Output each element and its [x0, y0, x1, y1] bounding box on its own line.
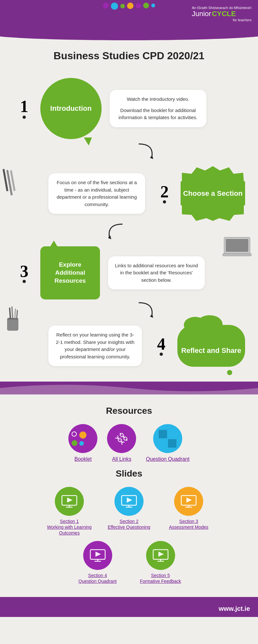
step-1-info-line-2: Download the booklet for additional info… — [116, 107, 200, 121]
svg-line-7 — [15, 309, 15, 318]
step-4-label: Reflect and Share — [181, 346, 241, 355]
step-1-label: Introduction — [50, 104, 92, 113]
slides-grid-top: Section 1Working with Learning Outcomes … — [13, 487, 245, 536]
slide-section-2[interactable]: Section 2Effective Questioning — [103, 487, 156, 536]
slides-grid-bottom: Section 4Question Quadrant Section 5Form… — [13, 541, 245, 584]
booklet-label: Booklet — [74, 456, 92, 462]
wave-divider-bottom — [0, 597, 258, 601]
slide-section-5[interactable]: Section 5Formative Feedback — [134, 541, 187, 584]
header-dot-2 — [111, 3, 118, 10]
resource-all-links[interactable]: ⛓ All Links — [107, 424, 136, 462]
wave-divider-top — [0, 382, 258, 394]
header-dot-1 — [103, 3, 109, 8]
header-dot-6 — [143, 3, 149, 8]
steps-area: 1 Introduction Watch the introductory vi… — [0, 65, 258, 382]
slide-5-label: Section 5Formative Feedback — [140, 573, 181, 584]
step-2-number: 2 — [153, 184, 176, 204]
footer: www.jct.ie — [0, 601, 258, 617]
slide-section-1[interactable]: Section 1Working with Learning Outcomes — [43, 487, 96, 536]
slides-title: Slides — [13, 469, 245, 479]
step-4-dot — [13, 370, 245, 375]
step-4-number: 4 — [150, 336, 173, 356]
svg-line-6 — [12, 307, 13, 318]
step-2-info-line-1: Focus on one of the five sections at a t… — [55, 179, 139, 208]
step-3-bubble[interactable]: Explore Additional Resources — [40, 246, 100, 299]
step-4-info: Reflect on your learning using the 3-2-1… — [48, 326, 142, 366]
slide-2-label: Section 2Effective Questioning — [108, 518, 150, 530]
step-3-info-line-1: Links to additional resources are found … — [114, 262, 198, 284]
chain-icon: ⛓ — [113, 430, 130, 447]
question-quadrant-label: Question Quadrant — [146, 456, 189, 462]
header-dot-3 — [120, 4, 125, 8]
svg-rect-1 — [226, 239, 248, 252]
booklet-icon-circle — [68, 424, 97, 453]
question-quadrant-icon-circle — [153, 424, 182, 453]
svg-marker-31 — [158, 552, 164, 557]
step-3-label: Explore Additional Resources — [45, 261, 95, 285]
svg-line-5 — [10, 308, 10, 318]
header-dot-4 — [127, 3, 134, 9]
slide-1-icon — [55, 487, 84, 516]
step-2-bubble[interactable]: Choose a Section — [181, 166, 245, 221]
slide-section-4[interactable]: Section 4Question Quadrant — [71, 541, 124, 584]
all-links-icon-circle: ⛓ — [107, 424, 136, 453]
svg-line-8 — [17, 310, 17, 318]
header-curve — [0, 27, 258, 40]
slide-1-label: Section 1Working with Learning Outcomes — [43, 518, 96, 536]
logo-subtitle: An tSraith Shóisearach do Mhúinteoirí — [192, 6, 252, 10]
svg-rect-2 — [223, 253, 252, 256]
step-3-info: Links to additional resources are found … — [108, 256, 205, 290]
header-dot-7 — [151, 4, 155, 7]
step-3-number: 3 — [13, 263, 35, 283]
slide-4-icon — [83, 541, 112, 570]
slide-2-icon — [114, 487, 144, 516]
quadrant-grid-icon — [159, 430, 176, 448]
step-4-row: Reflect on your learning using the 3-2-1… — [13, 325, 245, 367]
footer-url: www.jct.ie — [219, 605, 250, 612]
svg-marker-23 — [186, 497, 192, 503]
resources-grid: Booklet ⛓ All Links Question Quadrant — [13, 424, 245, 462]
pen-holder-decoration — [4, 307, 22, 334]
step-4-info-line-1: Reflect on your learning using the 3-2-1… — [55, 331, 135, 360]
logo-cycle: CYCLE — [212, 10, 236, 18]
resource-booklet[interactable]: Booklet — [68, 424, 97, 462]
step-2-info: Focus on one of the five sections at a t… — [48, 173, 145, 214]
arrow-2-3 — [13, 223, 245, 243]
header: An tSraith Shóisearach do Mhúinteoirí Ju… — [0, 0, 258, 27]
slide-5-icon — [146, 541, 175, 570]
logo-tagline: for teachers — [192, 18, 252, 22]
step-4-bubble[interactable]: Reflect and Share — [177, 325, 245, 367]
svg-marker-19 — [127, 497, 132, 503]
step-2-row: Focus on one of the five sections at a t… — [13, 166, 245, 221]
svg-marker-27 — [95, 552, 101, 557]
header-dot-5 — [136, 3, 141, 8]
step-1-info-line-1: Watch the introductory video. — [116, 96, 200, 103]
booklet-dots-icon — [68, 428, 97, 449]
slide-3-icon — [174, 487, 203, 516]
svg-marker-15 — [67, 497, 73, 503]
svg-rect-4 — [8, 318, 18, 319]
page-title: Business Studies CPD 2020/21 — [0, 40, 258, 65]
slide-4-label: Section 4Question Quadrant — [78, 573, 116, 584]
slide-section-3[interactable]: Section 3Assessment Modes — [162, 487, 215, 536]
resources-section: Resources Booklet ⛓ All Links — [0, 394, 258, 597]
step-1-number: 1 — [13, 98, 35, 119]
step-1-bubble[interactable]: Introduction — [40, 78, 102, 139]
laptop-decoration — [223, 236, 252, 258]
logo-junior: Junior — [192, 10, 211, 18]
arrow-1-2 — [13, 142, 245, 163]
step-1-row: 1 Introduction Watch the introductory vi… — [13, 78, 245, 139]
step-3-row: 3 Explore Additional Resources Links to … — [13, 246, 245, 299]
step-2-label: Choose a Section — [183, 189, 243, 198]
step-1-info: Watch the introductory video. Download t… — [110, 90, 206, 127]
resource-question-quadrant[interactable]: Question Quadrant — [146, 424, 189, 462]
all-links-label: All Links — [112, 456, 132, 462]
resources-title: Resources — [13, 406, 245, 416]
slide-3-label: Section 3Assessment Modes — [169, 518, 208, 530]
logo-area: An tSraith Shóisearach do Mhúinteoirí Ju… — [192, 6, 252, 22]
svg-rect-3 — [7, 318, 18, 331]
